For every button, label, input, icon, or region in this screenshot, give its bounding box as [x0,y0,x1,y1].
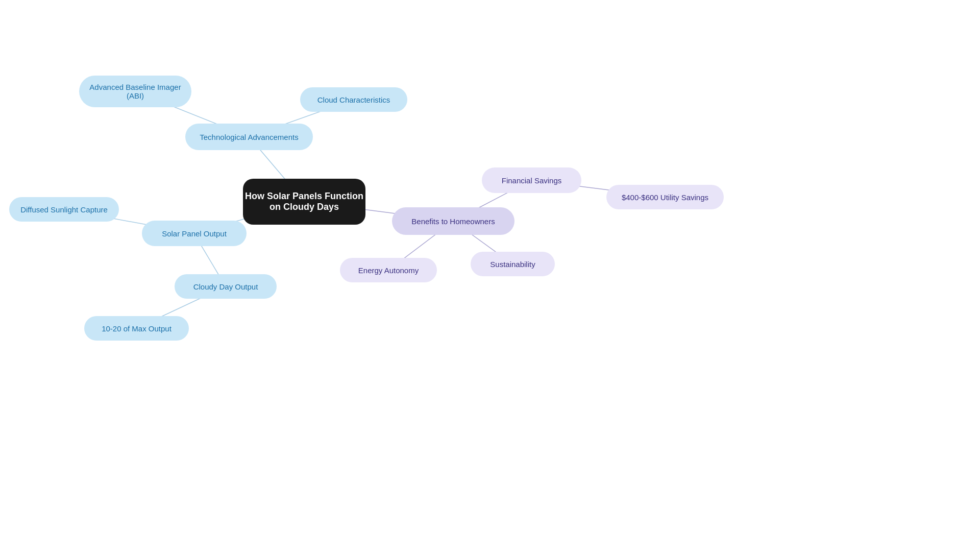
node-cloudy-day-output: Cloudy Day Output [175,274,277,299]
node-financial-savings: Financial Savings [482,167,581,193]
center-node: How Solar Panels Function on Cloudy Days [243,179,365,225]
node-advanced-baseline: Advanced Baseline Imager (ABI) [79,76,191,107]
node-benefits-homeowners: Benefits to Homeowners [392,207,514,235]
node-max-output: 10-20 of Max Output [84,316,189,341]
node-cloud-characteristics: Cloud Characteristics [300,87,407,112]
node-tech-advancements: Technological Advancements [185,124,313,150]
node-energy-autonomy: Energy Autonomy [340,258,437,282]
node-diffused-sunlight: Diffused Sunlight Capture [9,197,119,222]
node-sustainability: Sustainability [471,252,555,276]
node-solar-panel-output: Solar Panel Output [142,221,247,246]
node-utility-savings: $400-$600 Utility Savings [606,185,724,209]
